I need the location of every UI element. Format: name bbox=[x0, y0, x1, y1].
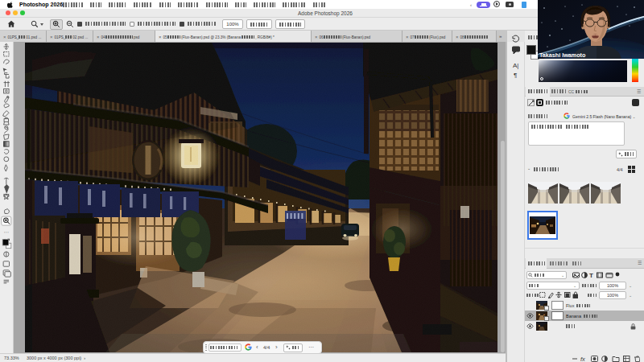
svg-text:A|: A| bbox=[513, 62, 518, 69]
svg-text:Takashi Iwamoto: Takashi Iwamoto bbox=[539, 51, 586, 59]
svg-text:¶: ¶ bbox=[514, 72, 517, 79]
svg-text:T: T bbox=[589, 272, 593, 278]
svg-text:⋯: ⋯ bbox=[4, 229, 9, 235]
svg-text:fx: fx bbox=[580, 356, 585, 362]
